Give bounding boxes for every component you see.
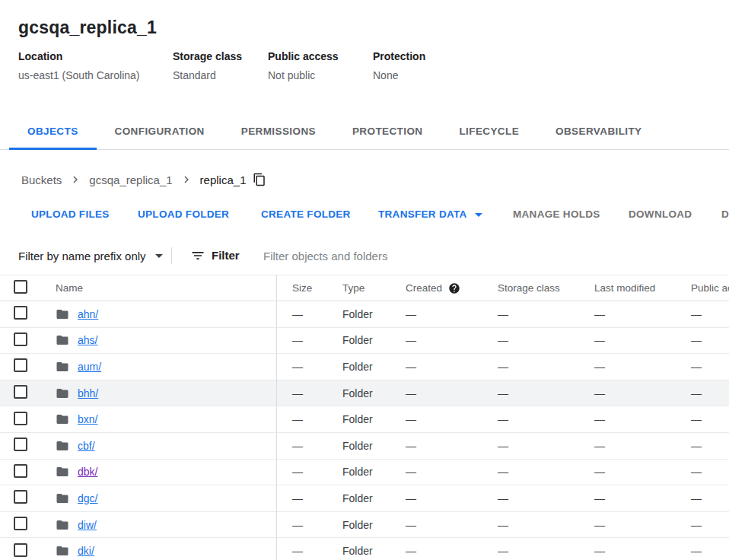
manage-holds-button[interactable]: MANAGE HOLDS xyxy=(501,201,613,228)
column-header-size[interactable]: Size xyxy=(276,282,342,294)
upload-folder-button[interactable]: UPLOAD FOLDER xyxy=(126,201,241,228)
tab-observability[interactable]: OBSERVABILITY xyxy=(537,113,660,150)
cell-last-modified: — xyxy=(594,387,691,399)
object-link[interactable]: bxn/ xyxy=(78,413,97,425)
breadcrumb: Buckets gcsqa_replica_1 replica_1 xyxy=(0,164,729,196)
object-link[interactable]: ahn/ xyxy=(78,308,98,320)
property-label: Storage class xyxy=(173,50,242,62)
object-link[interactable]: aum/ xyxy=(78,361,101,373)
cell-size: — xyxy=(276,308,342,320)
select-all-checkbox[interactable] xyxy=(14,280,27,294)
object-link[interactable]: dgc/ xyxy=(78,492,97,504)
tab-protection[interactable]: PROTECTION xyxy=(334,113,441,150)
table-row: dbk/ — Folder — — — — xyxy=(0,460,729,486)
cell-size: — xyxy=(276,545,342,557)
content-copy-icon xyxy=(253,173,266,186)
cell-created: — xyxy=(406,361,498,373)
tab-objects[interactable]: OBJECTS xyxy=(9,113,97,150)
table-row: bxn/ — Folder — — — — xyxy=(0,406,729,433)
property-public-access: Public access Not public xyxy=(268,50,339,81)
folder-icon xyxy=(56,412,69,426)
filter-input[interactable] xyxy=(263,237,689,274)
folder-icon xyxy=(56,307,69,321)
filter-label: Filter xyxy=(212,237,240,274)
tab-permissions[interactable]: PERMISSIONS xyxy=(223,113,334,150)
folder-icon xyxy=(56,544,69,558)
upload-files-button[interactable]: UPLOAD FILES xyxy=(19,201,122,228)
object-link[interactable]: dki/ xyxy=(78,545,94,557)
column-header-type[interactable]: Type xyxy=(342,282,406,294)
property-protection: Protection None xyxy=(373,50,425,81)
cell-size: — xyxy=(276,440,342,452)
cell-last-modified: — xyxy=(594,413,691,425)
tab-bar: OBJECTS CONFIGURATION PERMISSIONS PROTEC… xyxy=(0,113,729,150)
property-value: Not public xyxy=(268,69,339,81)
row-checkbox[interactable] xyxy=(14,490,27,504)
breadcrumb-item-buckets[interactable]: Buckets xyxy=(21,173,62,186)
cell-public-access: — xyxy=(691,334,729,346)
object-link[interactable]: diw/ xyxy=(78,519,97,531)
row-checkbox[interactable] xyxy=(14,543,27,557)
cell-public-access: — xyxy=(691,492,729,504)
cell-size: — xyxy=(276,387,342,399)
help-icon[interactable] xyxy=(448,282,460,294)
cell-type: Folder xyxy=(342,492,406,504)
cell-storage-class: — xyxy=(498,387,594,399)
folder-icon xyxy=(56,492,69,505)
property-label: Protection xyxy=(373,50,425,62)
copy-path-button[interactable] xyxy=(253,173,266,186)
cell-public-access: — xyxy=(691,387,729,399)
objects-table: Name Size Type Created Storage class Las… xyxy=(0,275,729,560)
row-checkbox[interactable] xyxy=(14,438,27,451)
cell-storage-class: — xyxy=(498,519,594,531)
button-label: DELETE xyxy=(721,201,729,228)
table-row: bhh/ — Folder — — — — xyxy=(0,380,729,407)
row-checkbox[interactable] xyxy=(14,464,27,478)
filter-divider xyxy=(171,247,172,264)
table-row: dgc/ — Folder — — — — xyxy=(0,485,729,512)
filter-scope-label: Filter by name prefix only xyxy=(18,250,146,262)
cell-created: — xyxy=(406,334,498,346)
cell-storage-class: — xyxy=(498,492,594,504)
table-row: cbf/ — Folder — — — — xyxy=(0,433,729,460)
column-header-name[interactable]: Name xyxy=(56,282,276,294)
cell-public-access: — xyxy=(691,466,729,478)
object-link[interactable]: ahs/ xyxy=(78,334,97,346)
table-body: ahn/ — Folder — — — — ahs/ — Folder — — … xyxy=(0,301,729,560)
property-value: Standard xyxy=(173,69,242,81)
row-checkbox[interactable] xyxy=(14,385,27,399)
row-checkbox[interactable] xyxy=(14,332,27,346)
object-link[interactable]: bhh/ xyxy=(78,387,98,399)
cell-last-modified: — xyxy=(594,519,691,531)
row-checkbox[interactable] xyxy=(14,517,27,530)
row-checkbox[interactable] xyxy=(14,358,27,372)
cell-storage-class: — xyxy=(498,334,594,346)
column-header-last-modified[interactable]: Last modified xyxy=(594,282,691,294)
property-location: Location us-east1 (South Carolina) xyxy=(18,50,140,81)
delete-button[interactable]: DELETE xyxy=(709,201,729,228)
table-row: dki/ — Folder — — — — xyxy=(0,538,729,560)
tab-configuration[interactable]: CONFIGURATION xyxy=(97,113,223,150)
cell-storage-class: — xyxy=(498,466,594,478)
cell-last-modified: — xyxy=(594,361,691,373)
page-title: gcsqa_replica_1 xyxy=(18,18,157,38)
cell-size: — xyxy=(276,413,342,425)
cell-type: Folder xyxy=(342,545,406,557)
object-link[interactable]: cbf/ xyxy=(78,440,95,452)
object-link[interactable]: dbk/ xyxy=(78,466,97,478)
tab-lifecycle[interactable]: LIFECYCLE xyxy=(441,113,537,150)
breadcrumb-item-bucket[interactable]: gcsqa_replica_1 xyxy=(89,173,172,186)
property-value: None xyxy=(373,69,425,81)
column-header-storage-class[interactable]: Storage class xyxy=(498,282,594,294)
download-button[interactable]: DOWNLOAD xyxy=(616,201,704,228)
create-folder-button[interactable]: CREATE FOLDER xyxy=(249,201,363,228)
column-header-created[interactable]: Created xyxy=(406,282,498,294)
cell-created: — xyxy=(406,466,498,478)
row-checkbox[interactable] xyxy=(14,412,27,425)
row-checkbox[interactable] xyxy=(14,306,27,320)
filter-scope-dropdown[interactable]: Filter by name prefix only xyxy=(18,237,163,274)
cell-storage-class: — xyxy=(498,361,594,373)
chevron-right-icon xyxy=(68,173,82,186)
column-header-public-access[interactable]: Public access xyxy=(691,282,729,294)
transfer-data-button[interactable]: TRANSFER DATA xyxy=(366,201,495,228)
